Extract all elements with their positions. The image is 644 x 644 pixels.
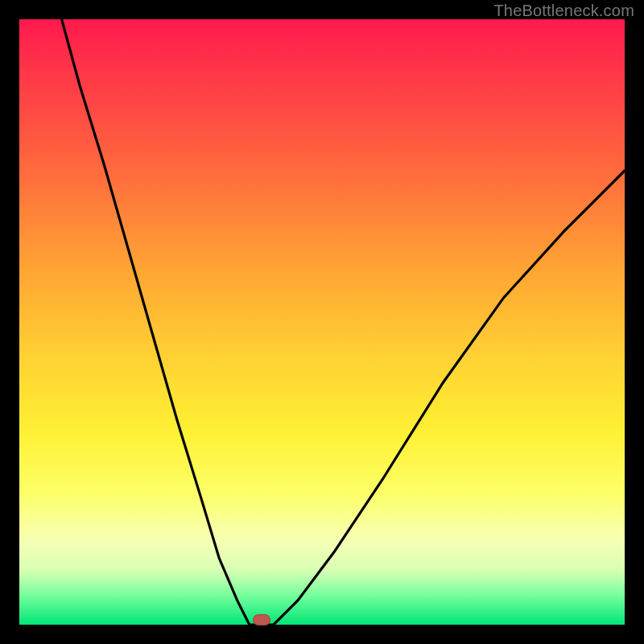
valley-marker <box>253 614 270 625</box>
watermark-text: TheBottleneck.com <box>493 2 634 20</box>
plot-area <box>19 19 625 625</box>
chart-frame: TheBottleneck.com <box>0 0 644 644</box>
curve-path <box>62 19 625 625</box>
curve-svg <box>19 19 625 625</box>
